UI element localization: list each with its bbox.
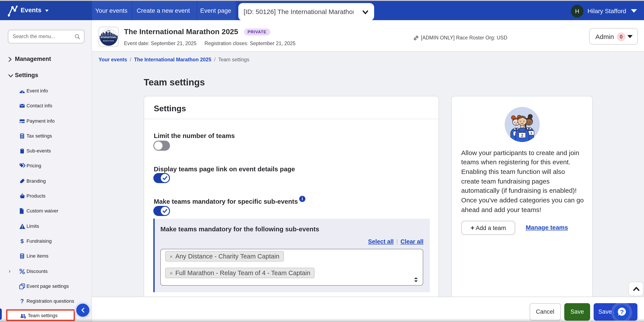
svg-text:3: 3 [530, 131, 532, 135]
svg-text:INTERNATIONAL: INTERNATIONAL [100, 36, 116, 38]
svg-text:2: 2 [521, 133, 523, 138]
svg-text:?: ? [20, 298, 24, 304]
svg-text:THE: THE [107, 30, 110, 31]
svg-text:$: $ [20, 238, 24, 244]
svg-text:- MARATHON -: - MARATHON - [102, 40, 116, 42]
svg-text:?: ? [620, 309, 624, 316]
